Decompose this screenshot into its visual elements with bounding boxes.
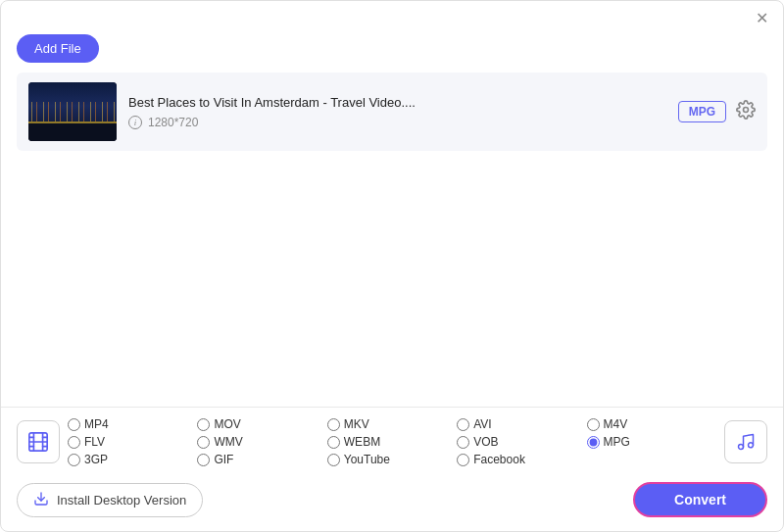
format-option-flv[interactable]: FLV bbox=[68, 435, 197, 449]
settings-icon[interactable] bbox=[736, 100, 756, 124]
format-option-avi[interactable]: AVI bbox=[457, 417, 586, 431]
file-name: Best Places to Visit In Amsterdam - Trav… bbox=[128, 95, 666, 110]
audio-format-icon-button[interactable] bbox=[724, 420, 767, 463]
file-meta: i 1280*720 bbox=[128, 116, 666, 129]
format-option-webm[interactable]: WEBM bbox=[327, 435, 457, 449]
info-icon[interactable]: i bbox=[128, 116, 142, 129]
format-option-mov[interactable]: MOV bbox=[197, 417, 326, 431]
download-icon bbox=[33, 491, 49, 509]
format-option-wmv[interactable]: WMV bbox=[197, 435, 326, 449]
file-list: Best Places to Visit In Amsterdam - Trav… bbox=[1, 73, 783, 407]
format-option-gif[interactable]: GIF bbox=[197, 453, 326, 466]
format-badge[interactable]: MPG bbox=[678, 101, 726, 122]
install-label: Install Desktop Version bbox=[57, 493, 186, 508]
svg-point-10 bbox=[749, 443, 754, 448]
toolbar: Add File bbox=[1, 30, 783, 73]
format-options: MP4 MOV MKV AVI M4V FLV WMV WEB bbox=[68, 417, 716, 466]
file-item: Best Places to Visit In Amsterdam - Trav… bbox=[17, 73, 767, 151]
format-option-m4v[interactable]: M4V bbox=[587, 417, 716, 431]
format-option-youtube[interactable]: YouTube bbox=[327, 453, 457, 466]
title-bar: ✕ bbox=[1, 1, 783, 30]
format-option-3gp[interactable]: 3GP bbox=[68, 453, 197, 466]
file-thumbnail bbox=[28, 82, 117, 141]
city-lights-decoration bbox=[28, 102, 117, 121]
add-file-button[interactable]: Add File bbox=[17, 34, 99, 63]
install-desktop-button[interactable]: Install Desktop Version bbox=[17, 483, 203, 517]
svg-point-0 bbox=[744, 107, 749, 112]
main-window: ✕ Add File Best Places to Visit In Amste… bbox=[0, 0, 784, 532]
format-option-mpg[interactable]: MPG bbox=[587, 435, 716, 449]
svg-point-9 bbox=[739, 445, 744, 450]
format-option-mp4[interactable]: MP4 bbox=[68, 417, 197, 431]
file-resolution: 1280*720 bbox=[148, 116, 198, 129]
action-bar: Install Desktop Version Convert bbox=[1, 474, 783, 531]
format-option-mkv[interactable]: MKV bbox=[327, 417, 457, 431]
file-info: Best Places to Visit In Amsterdam - Trav… bbox=[128, 95, 666, 129]
format-option-vob[interactable]: VOB bbox=[457, 435, 586, 449]
close-button[interactable]: ✕ bbox=[754, 11, 769, 26]
thumbnail-scene bbox=[28, 82, 117, 141]
format-bar: MP4 MOV MKV AVI M4V FLV WMV WEB bbox=[1, 407, 783, 474]
file-actions: MPG bbox=[678, 100, 756, 124]
video-format-icon-button[interactable] bbox=[17, 420, 60, 463]
convert-button[interactable]: Convert bbox=[633, 482, 767, 517]
format-option-facebook[interactable]: Facebook bbox=[457, 453, 586, 466]
